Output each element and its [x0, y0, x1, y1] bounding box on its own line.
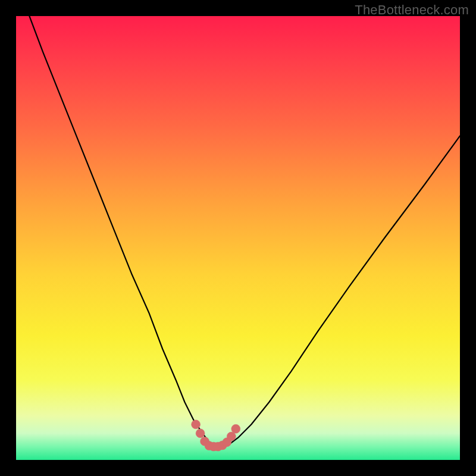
valley-marker [196, 429, 205, 438]
curve-svg [16, 16, 460, 460]
valley-marker [227, 432, 236, 441]
chart-frame: TheBottleneck.com [0, 0, 476, 476]
valley-marker [192, 420, 201, 429]
valley-marker [231, 424, 240, 433]
valley-markers [192, 420, 240, 451]
watermark-text: TheBottleneck.com [355, 2, 469, 18]
bottleneck-curve [29, 16, 460, 447]
plot-area [16, 16, 460, 460]
